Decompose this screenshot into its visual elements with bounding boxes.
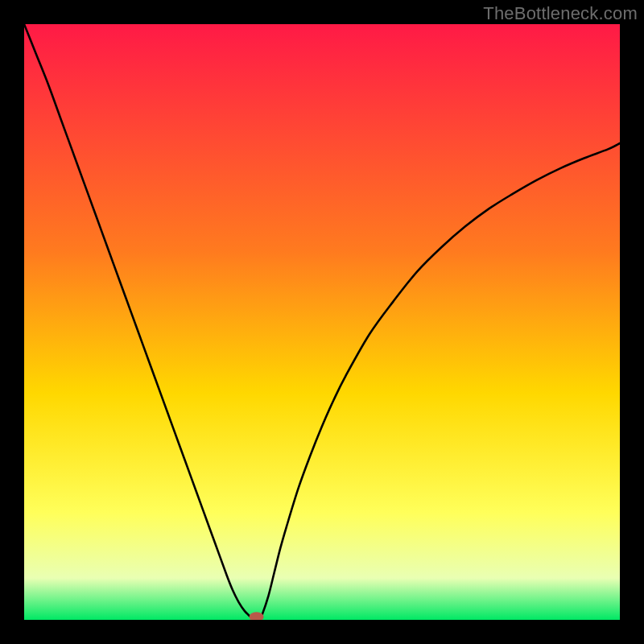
- chart-svg: [24, 24, 620, 620]
- chart-frame: TheBottleneck.com: [0, 0, 644, 644]
- gradient-background: [24, 24, 620, 620]
- watermark-text: TheBottleneck.com: [483, 3, 638, 24]
- plot-area: [24, 24, 620, 620]
